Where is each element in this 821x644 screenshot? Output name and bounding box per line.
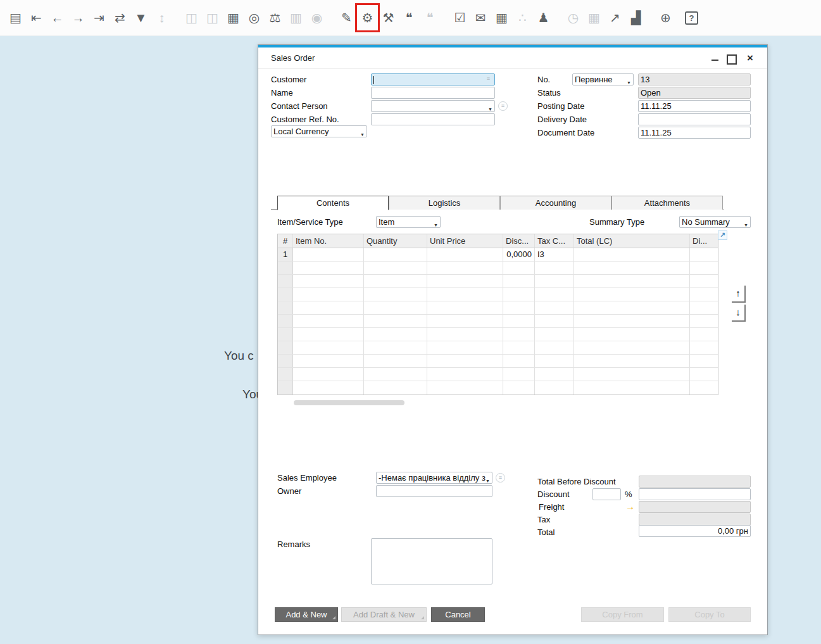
item-no-cell[interactable] [293,301,364,314]
column-header-tax-code[interactable]: Tax C... [535,234,574,248]
tab-logistics[interactable]: Logistics [389,196,500,210]
discount-cell[interactable] [503,368,535,381]
business-partner-icon[interactable]: ♟ [533,5,554,30]
document-history-icon[interactable]: ◷ [563,5,584,30]
item-no-cell[interactable] [293,341,364,354]
posting-date-input[interactable]: 11.11.25 [638,100,751,112]
item-no-cell[interactable] [293,248,364,261]
quantity-cell[interactable] [364,355,427,367]
item-no-cell[interactable] [293,355,364,367]
tax-code-cell[interactable]: I3 [535,248,574,261]
copy-from-button[interactable]: Copy From [581,607,664,622]
row-number-cell[interactable]: 1 [278,248,293,261]
truncated-cell[interactable] [690,328,718,341]
row-number-cell[interactable] [278,328,293,341]
tab-attachments[interactable]: Attachments [611,196,723,210]
quantity-cell[interactable] [364,328,427,341]
comment-icon[interactable]: ❝ [399,5,420,30]
choose-from-list-icon[interactable] [496,473,505,483]
quantity-cell[interactable] [364,248,427,261]
currency-select[interactable]: Local Currency [271,125,367,137]
discount-cell[interactable] [503,328,535,341]
truncated-cell[interactable] [690,248,718,261]
tax-code-cell[interactable] [535,341,574,354]
owner-input[interactable] [376,485,492,497]
document-merge-icon[interactable]: ◫ [202,5,223,30]
column-header-discount[interactable]: Disc... [503,234,535,248]
discount-cell[interactable] [503,355,535,367]
truncated-cell[interactable] [690,341,718,354]
choose-from-list-icon[interactable] [498,101,508,111]
previous-record-icon[interactable]: ← [47,5,68,30]
unit-price-cell[interactable] [427,275,503,287]
total-lc-cell[interactable] [574,341,690,354]
total-lc-cell[interactable] [574,262,690,274]
form-settings-icon[interactable]: ⚙ [357,5,378,30]
truncated-cell[interactable] [690,301,718,314]
item-no-cell[interactable] [293,315,364,327]
discount-cell[interactable] [503,288,535,301]
grid-modules-icon[interactable]: ▦ [584,5,605,30]
truncated-cell[interactable] [690,262,718,274]
tax-code-cell[interactable] [535,368,574,381]
unit-price-cell[interactable] [427,328,503,341]
maximize-button[interactable] [726,53,737,64]
tax-code-cell[interactable] [535,288,574,301]
discount-amount-field[interactable] [639,488,751,500]
quantity-cell[interactable] [364,315,427,327]
document-split-icon[interactable]: ◫ [181,5,202,30]
edit-pencil-icon[interactable]: ✎ [336,5,357,30]
truncated-cell[interactable] [690,275,718,287]
column-header-total-lc[interactable]: Total (LC) [574,234,690,248]
row-number-cell[interactable] [278,315,293,327]
customer-ref-input[interactable] [371,113,495,125]
total-lc-cell[interactable] [574,275,690,287]
copy-to-button[interactable]: Copy To [668,607,751,622]
unit-price-cell[interactable] [427,262,503,274]
gross-profit-icon[interactable]: ⚖ [265,5,285,30]
tax-code-cell[interactable] [535,355,574,367]
row-number-cell[interactable] [278,381,293,395]
item-no-cell[interactable] [293,328,364,341]
row-number-cell[interactable] [278,341,293,354]
tax-code-cell[interactable] [535,275,574,287]
quantity-cell[interactable] [364,368,427,381]
next-record-icon[interactable]: → [68,5,89,30]
remarks-textarea[interactable] [371,538,492,584]
unit-price-cell[interactable] [427,315,503,327]
tab-accounting[interactable]: Accounting [500,196,611,210]
freight-drilldown-arrow-icon[interactable]: → [625,502,636,512]
total-lc-cell[interactable] [574,355,690,367]
total-lc-cell[interactable] [574,315,690,327]
add-draft-and-new-button[interactable]: Add Draft & New [341,607,427,622]
numbering-series-select[interactable]: Первинне [572,73,634,85]
help-icon[interactable]: ? [685,11,698,25]
horizontal-scrollbar-thumb[interactable] [294,400,404,405]
chart-report-icon[interactable]: ▟ [625,5,646,30]
truncated-cell[interactable] [690,368,718,381]
document-search-icon[interactable]: ◉ [306,5,327,30]
discount-cell[interactable]: 0,0000 [503,248,535,261]
expand-grid-icon[interactable]: ↗ [718,230,727,240]
calendar-icon[interactable]: ▦ [491,5,512,30]
alerts-envelope-icon[interactable]: ✉ [470,5,491,30]
quantity-cell[interactable] [364,381,427,395]
tax-code-cell[interactable] [535,262,574,274]
quantity-cell[interactable] [364,262,427,274]
tax-code-cell[interactable] [535,301,574,314]
discount-cell[interactable] [503,315,535,327]
filter-icon[interactable]: ▼ [130,5,151,30]
window-titlebar[interactable]: Sales Order × [258,47,767,69]
discount-cell[interactable] [503,262,535,274]
quantity-cell[interactable] [364,341,427,354]
item-no-cell[interactable] [293,275,364,287]
column-header-row-number[interactable]: # [278,234,293,248]
row-number-cell[interactable] [278,301,293,314]
tax-code-cell[interactable] [535,381,574,395]
tax-code-cell[interactable] [535,328,574,341]
delivery-date-input[interactable] [638,113,751,125]
row-number-cell[interactable] [278,262,293,274]
row-number-cell[interactable] [278,275,293,287]
unit-price-cell[interactable] [427,381,503,395]
column-header-item-no[interactable]: Item No. [293,234,364,248]
